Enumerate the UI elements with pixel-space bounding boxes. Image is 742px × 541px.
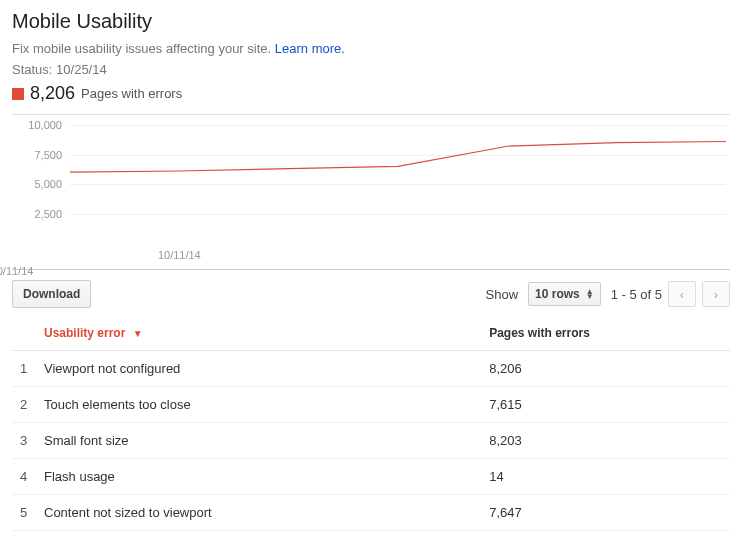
next-page-button[interactable]: › — [702, 281, 730, 307]
page-subtitle: Fix mobile usability issues affecting yo… — [12, 41, 730, 56]
pager-range: 1 - 5 of 5 — [611, 287, 662, 302]
y-tick-label: 5,000 — [34, 178, 62, 190]
learn-more-link[interactable]: Learn more. — [275, 41, 345, 56]
row-index: 4 — [12, 459, 36, 495]
status-date: 10/25/14 — [56, 62, 107, 77]
line-chart: 2,5005,0007,50010,00010/11/1410/11/14 — [12, 121, 730, 261]
row-error: Small font size — [36, 423, 481, 459]
pager: 1 - 5 of 5 ‹ › — [611, 281, 730, 307]
x-tick-label: 10/11/14 — [158, 249, 201, 261]
row-error: Content not sized to viewport — [36, 495, 481, 531]
x-tick-label: 10/11/14 — [0, 265, 33, 277]
table-row[interactable]: 4Flash usage14 — [12, 459, 730, 495]
row-pages: 7,615 — [481, 387, 730, 423]
status-label: Status: — [12, 62, 56, 77]
page-title: Mobile Usability — [12, 10, 730, 33]
col-index-header — [12, 316, 36, 351]
table-row[interactable]: 2Touch elements too close7,615 — [12, 387, 730, 423]
status-line: Status: 10/25/14 — [12, 62, 730, 77]
toolbar-right: Show 10 rows ▲▼ 1 - 5 of 5 ‹ › — [486, 281, 730, 307]
row-index: 3 — [12, 423, 36, 459]
row-error: Touch elements too close — [36, 387, 481, 423]
rows-select[interactable]: 10 rows ▲▼ — [528, 282, 601, 306]
metric-value: 8,206 — [30, 83, 75, 104]
table-row[interactable]: 5Content not sized to viewport7,647 — [12, 495, 730, 531]
chart-container: 2,5005,0007,50010,00010/11/1410/11/14 — [12, 114, 730, 270]
plot-area: 10/11/14 — [70, 125, 726, 243]
table-toolbar: Download Show 10 rows ▲▼ 1 - 5 of 5 ‹ › — [12, 280, 730, 308]
row-pages: 14 — [481, 459, 730, 495]
row-index: 5 — [12, 495, 36, 531]
row-error: Viewport not configured — [36, 351, 481, 387]
prev-page-button[interactable]: ‹ — [668, 281, 696, 307]
row-index: 1 — [12, 351, 36, 387]
row-pages: 7,647 — [481, 495, 730, 531]
col-pages-header[interactable]: Pages with errors — [481, 316, 730, 351]
row-index: 2 — [12, 387, 36, 423]
row-pages: 8,203 — [481, 423, 730, 459]
chart-series-line — [70, 142, 726, 173]
chevron-left-icon: ‹ — [680, 287, 684, 302]
metric-color-swatch — [12, 88, 24, 100]
stepper-icon: ▲▼ — [586, 289, 594, 299]
y-tick-label: 10,000 — [28, 119, 62, 131]
metric-summary: 8,206 Pages with errors — [12, 83, 730, 104]
chevron-right-icon: › — [714, 287, 718, 302]
y-tick-label: 2,500 — [34, 208, 62, 220]
metric-label: Pages with errors — [81, 86, 182, 101]
show-label: Show — [486, 287, 519, 302]
row-pages: 8,206 — [481, 351, 730, 387]
col-error-header[interactable]: Usability error ▼ — [36, 316, 481, 351]
errors-table: Usability error ▼ Pages with errors 1Vie… — [12, 316, 730, 531]
col-error-label: Usability error — [44, 326, 125, 340]
sort-desc-icon: ▼ — [133, 328, 143, 339]
table-row[interactable]: 1Viewport not configured8,206 — [12, 351, 730, 387]
subtitle-text: Fix mobile usability issues affecting yo… — [12, 41, 275, 56]
rows-select-value: 10 rows — [535, 287, 580, 301]
download-button[interactable]: Download — [12, 280, 91, 308]
row-error: Flash usage — [36, 459, 481, 495]
y-tick-label: 7,500 — [34, 149, 62, 161]
table-row[interactable]: 3Small font size8,203 — [12, 423, 730, 459]
